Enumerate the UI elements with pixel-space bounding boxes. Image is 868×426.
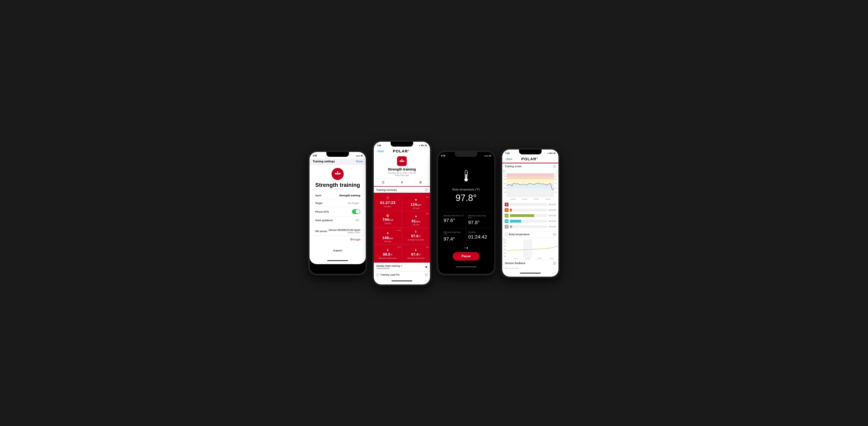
sport-icon-circle	[332, 168, 344, 180]
avg-badge: AVG	[426, 196, 429, 198]
home-indicator-4	[502, 270, 558, 277]
hr-chart-svg: 175 158 140 122 105 88 100 90 80 70 60 5…	[503, 173, 558, 197]
zone-row-4: 4 00:03:55	[505, 207, 556, 213]
min-temp-cell: Minimum body temp (°F) 97.4°	[441, 228, 466, 244]
zone-2-num: 2	[505, 219, 508, 223]
chevron-icon: ›	[360, 202, 360, 204]
phone-1: 4:59 ●●●● 96 Training settings Done	[308, 151, 367, 275]
load-info: i Training Load Pro	[376, 273, 400, 276]
share-tab[interactable]: ⬆	[393, 179, 411, 186]
zone-5-bar-container	[510, 203, 547, 206]
delete-tab[interactable]: 🗑	[411, 179, 430, 186]
hr-min-value: 81bpm	[411, 219, 421, 223]
svg-rect-19	[466, 174, 467, 178]
svg-text:100: 100	[555, 173, 557, 174]
gps-toggle[interactable]	[352, 209, 360, 214]
time-4: 7:04	[505, 152, 509, 155]
battery-1: 96	[361, 155, 363, 157]
max-temp-val-3: 97.8°	[468, 220, 489, 225]
workout-source-2: Polar Flow app	[395, 174, 409, 176]
workout-icon-sm	[397, 156, 407, 166]
svg-text:100.0: 100.0	[503, 239, 506, 240]
zone-4-num: 4	[505, 208, 508, 212]
back-button-2[interactable]: ‹ Back	[376, 150, 384, 153]
svg-text:0:20:00: 0:20:00	[514, 258, 518, 259]
temp-stats-grid: Average body temp (°F) 97.6° Maximum bod…	[441, 211, 491, 244]
phone-2: 7:04 ▲ 5G● 84 ‹ Back POLAR®	[372, 140, 431, 286]
svg-rect-6	[337, 172, 338, 173]
duration-value: 01:27:23	[380, 200, 395, 205]
sport-title: Strength training	[310, 182, 366, 188]
battery-3: 82	[489, 155, 491, 157]
svg-text:98.0: 98.0	[504, 245, 506, 247]
svg-text:140: 140	[503, 178, 506, 180]
session-feedback-expand-icon[interactable]: ⬜	[553, 262, 556, 265]
session-feedback-header: Session feedback ⬜	[502, 260, 558, 266]
svg-text:1:20:00: 1:20:00	[549, 258, 554, 259]
nav-header-1: Training settings Done	[310, 159, 366, 165]
voice-label: Voice guidance	[315, 219, 333, 222]
info-icon: i	[376, 273, 379, 276]
training-benefit-row[interactable]: Steady state training + Training Benefit…	[374, 263, 430, 271]
zone-2-bar-container	[510, 220, 547, 223]
svg-text:175: 175	[503, 173, 506, 174]
sport-label: Sport	[315, 194, 321, 197]
summary-header: Training summary ⬜	[374, 187, 430, 193]
done-button[interactable]: Done	[356, 160, 363, 163]
zone-1-time: 00:04:55	[549, 226, 556, 228]
svg-text:50: 50	[555, 192, 556, 193]
pause-button[interactable]: Pause	[453, 252, 479, 261]
zones-list: 5 00:00:00 4 00:03:55 3 00:51:5	[502, 201, 558, 231]
support-label: Support	[333, 249, 342, 252]
min-temp-icon: 🌡	[414, 248, 418, 252]
svg-text:0:40:00: 0:40:00	[526, 258, 530, 259]
workout-name-2: Strength training	[388, 167, 416, 171]
expand-icon[interactable]: ⬜	[425, 188, 428, 191]
zones-expand-icon[interactable]: ⬜	[553, 165, 556, 168]
settings-gear-icon[interactable]: ⚙	[350, 237, 353, 241]
polar-nav-4: ‹ Back POLAR®	[502, 156, 558, 163]
list-tab[interactable]: ☰	[374, 179, 393, 186]
back-button-4[interactable]: ‹ Back	[505, 158, 512, 160]
phone-3: 6:30 ●●●● 82 Body temperature (°F) 97.8°	[437, 151, 496, 275]
zone-4-time: 00:03:55	[549, 209, 556, 211]
stat-calories: 🔥 744kcal Calories	[374, 211, 402, 228]
home-bar-1	[327, 260, 348, 261]
body-temp-info-icon[interactable]: i	[505, 233, 508, 236]
x-label-1: 0:20:00	[510, 198, 516, 200]
status-right-4: ▲ 5G● 84	[547, 152, 555, 154]
notch-4	[519, 150, 541, 154]
settings-list: Sport Strength training Target No target…	[312, 192, 363, 224]
forget-button[interactable]: Forget	[353, 238, 360, 241]
dot-1	[464, 247, 466, 249]
svg-text:99.0: 99.0	[504, 242, 506, 243]
polar-nav-2: ‹ Back POLAR®	[374, 148, 430, 155]
svg-rect-15	[402, 160, 402, 161]
settings-row-gps[interactable]: Phone GPS	[312, 207, 363, 217]
zone-1-bar-container	[510, 225, 547, 228]
avg-temp-icon: 🌡	[414, 229, 418, 233]
home-bar-3	[456, 266, 476, 267]
svg-text:122: 122	[503, 183, 506, 184]
svg-text:97.0: 97.0	[504, 249, 506, 250]
svg-point-5	[337, 171, 338, 172]
settings-row-sport[interactable]: Sport Strength training	[312, 192, 363, 199]
duration-label-3: Duration	[468, 231, 489, 233]
x-label-4: 1:20:00	[545, 198, 550, 200]
summary-title: Training summary	[376, 188, 397, 191]
support-section[interactable]: Support	[312, 247, 363, 254]
settings-row-target[interactable]: Target No target ›	[312, 199, 363, 207]
strength-training-icon	[334, 170, 341, 177]
body-temp-expand-icon[interactable]: ⬜	[553, 233, 556, 236]
svg-text:60: 60	[555, 187, 556, 189]
duration-val-3: 01:24:42	[468, 234, 489, 240]
body-temp-chart: 100.0 99.0 98.0 97.0 96.0 95.0 AVG 0	[502, 237, 558, 260]
settings-row-voice[interactable]: Voice guidance Off ›	[312, 217, 363, 224]
benefit-value: Steady state training +	[376, 264, 402, 267]
svg-rect-1	[336, 172, 336, 175]
min-temp-val-3: 97.4°	[443, 236, 464, 242]
duration-icon: ⏱	[386, 196, 390, 200]
zone-3-time: 00:51:50	[549, 215, 556, 217]
training-load-row[interactable]: i Training Load Pro ⬜	[374, 271, 430, 278]
chart-x-labels: 0:20:00 0:40:00 1:00:00 1:20:00	[503, 198, 558, 200]
